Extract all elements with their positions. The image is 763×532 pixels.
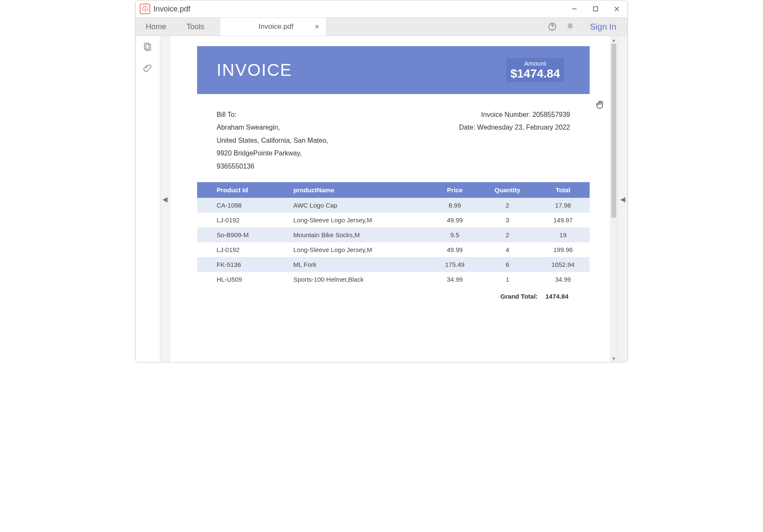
scroll-down-icon[interactable]: ▼ [610, 355, 618, 362]
table-row: CA-1098AWC Logo Cap8.99217.98 [197, 198, 590, 213]
table-header-row: Product Id productName Price Quantity To… [197, 182, 590, 198]
table-row: HL-U509Sports-100 Helmet,Black34.99134.9… [197, 272, 590, 287]
invoice-meta: Bill To: Abraham Swearegin, United State… [197, 94, 590, 178]
invoice-header: INVOICE Amount $1474.84 [197, 46, 590, 94]
menubar: Home Tools Invoice.pdf ✕ Sign In [136, 18, 627, 36]
cell-product-id: FK-5136 [197, 257, 288, 272]
document-tab[interactable]: Invoice.pdf ✕ [220, 18, 326, 36]
bill-to-phone: 9365550136 [217, 160, 328, 173]
bell-icon[interactable] [561, 18, 579, 36]
cell-product-id: CA-1098 [197, 198, 288, 213]
cell-quantity: 1 [479, 272, 536, 287]
amount-value: $1474.84 [510, 67, 560, 80]
thumbnails-icon[interactable] [143, 42, 152, 53]
cell-product-name: Mountain Bike Socks,M [288, 227, 431, 242]
cell-product-id: LJ-0192 [197, 213, 288, 227]
invoice-info-block: Invoice Number: 2058557939 Date: Wednesd… [459, 108, 570, 173]
cell-product-id: So-B909-M [197, 227, 288, 242]
close-tab-icon[interactable]: ✕ [315, 23, 320, 30]
cell-quantity: 2 [479, 227, 536, 242]
grand-total-row: Grand Total: 1474.84 [197, 287, 590, 300]
app-window: ⓘ Invoice.pdf Home Tools Invoice.pdf ✕ S… [135, 0, 628, 363]
help-icon[interactable] [543, 18, 561, 36]
hand-cursor-icon [595, 100, 606, 112]
cell-total: 149.97 [536, 213, 590, 227]
col-product-id: Product Id [197, 182, 288, 198]
cell-quantity: 2 [479, 198, 536, 213]
attachment-icon[interactable] [143, 63, 152, 74]
grand-total-value: 1474.84 [546, 293, 568, 300]
table-row: LJ-0192Long-Sleeve Logo Jersey,M49.99314… [197, 213, 590, 227]
table-row: FK-5136ML Fork175.4961052.94 [197, 257, 590, 272]
cell-product-name: Long-Sleeve Logo Jersey,M [288, 242, 431, 257]
cell-total: 19 [536, 227, 590, 242]
invoice-table: Product Id productName Price Quantity To… [197, 182, 590, 300]
cell-product-name: Long-Sleeve Logo Jersey,M [288, 213, 431, 227]
bill-to-block: Bill To: Abraham Swearegin, United State… [217, 108, 328, 173]
vertical-scrollbar[interactable]: ▲ ▼ [610, 36, 618, 362]
grand-total-label: Grand Total: [501, 293, 544, 300]
table-row: So-B909-MMountain Bike Socks,M9.5219 [197, 227, 590, 242]
cell-quantity: 4 [479, 242, 536, 257]
cell-total: 17.98 [536, 198, 590, 213]
bill-to-name: Abraham Swearegin, [217, 121, 328, 134]
invoice-title: INVOICE [217, 61, 292, 80]
close-window-button[interactable] [606, 0, 627, 17]
cell-price: 9.5 [431, 227, 479, 242]
scroll-up-icon[interactable]: ▲ [610, 36, 618, 44]
amount-label: Amount [510, 60, 560, 67]
cell-price: 175.49 [431, 257, 479, 272]
invoice-number: Invoice Number: 2058557939 [459, 108, 570, 121]
bill-to-addr2: 9920 BridgePointe Parkway, [217, 147, 328, 160]
svg-point-5 [552, 28, 552, 29]
cell-total: 199.96 [536, 242, 590, 257]
scroll-track[interactable] [610, 44, 618, 355]
collapse-left-button[interactable]: ◀ [160, 36, 170, 362]
cell-price: 49.99 [431, 213, 479, 227]
cell-price: 34.99 [431, 272, 479, 287]
col-quantity: Quantity [479, 182, 536, 198]
collapse-right-button[interactable]: ◀ [618, 36, 627, 362]
titlebar: ⓘ Invoice.pdf [136, 0, 627, 18]
cell-product-name: Sports-100 Helmet,Black [288, 272, 431, 287]
sign-in-link[interactable]: Sign In [579, 18, 627, 36]
invoice-amount-box: Amount $1474.84 [506, 58, 564, 82]
invoice-date: Date: Wednesday 23, February 2022 [459, 121, 570, 134]
cell-price: 8.99 [431, 198, 479, 213]
pdf-app-icon: ⓘ [140, 4, 150, 14]
col-total: Total [536, 182, 590, 198]
cell-quantity: 3 [479, 213, 536, 227]
window-title: Invoice.pdf [153, 5, 190, 14]
col-price: Price [431, 182, 479, 198]
scroll-thumb[interactable] [611, 44, 616, 218]
invoice-document: INVOICE Amount $1474.84 Bill To: Abraham… [197, 46, 590, 300]
cell-product-id: LJ-0192 [197, 242, 288, 257]
svg-rect-1 [593, 7, 598, 11]
menu-tools[interactable]: Tools [176, 18, 214, 36]
body: ◀ INVOICE Amount $1474.84 Bill To: Abrah… [136, 36, 627, 362]
col-product-name: productName [288, 182, 431, 198]
bill-to-addr1: United States, California, San Mateo, [217, 134, 328, 147]
table-row: LJ-0192Long-Sleeve Logo Jersey,M49.99419… [197, 242, 590, 257]
cell-total: 34.99 [536, 272, 590, 287]
bill-to-label: Bill To: [217, 108, 328, 121]
cell-product-name: AWC Logo Cap [288, 198, 431, 213]
window-controls [564, 0, 627, 17]
cell-product-id: HL-U509 [197, 272, 288, 287]
cell-product-name: ML Fork [288, 257, 431, 272]
left-tool-rail [136, 36, 160, 362]
menu-home[interactable]: Home [136, 18, 176, 36]
cell-quantity: 6 [479, 257, 536, 272]
cell-total: 1052.94 [536, 257, 590, 272]
minimize-button[interactable] [564, 0, 585, 17]
maximize-button[interactable] [585, 0, 606, 17]
document-viewer: INVOICE Amount $1474.84 Bill To: Abraham… [170, 36, 610, 362]
cell-price: 49.99 [431, 242, 479, 257]
document-tab-label: Invoice.pdf [259, 22, 293, 31]
